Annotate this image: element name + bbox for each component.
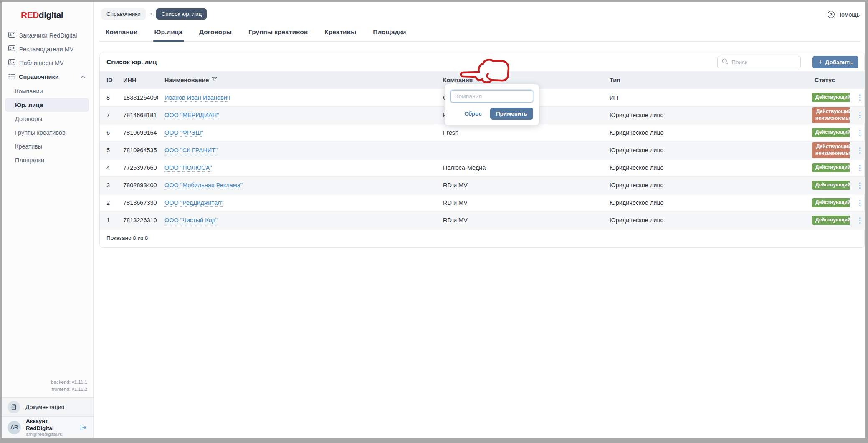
status-badge: Действующий: [812, 198, 850, 207]
kebab-menu-icon[interactable]: ⋮: [856, 111, 863, 119]
status-badge: Действующий: [812, 128, 850, 137]
cell-status: Действующий неизменяемый: [808, 106, 850, 124]
page-title: Список юр. лиц: [106, 58, 157, 66]
tab-ploshchadki[interactable]: Площадки: [372, 26, 407, 41]
sidebar: REDdigital Заказчики RedDigital Рекламод…: [2, 2, 94, 438]
account-menu[interactable]: AR Аккаунт RedDigital am@reddigital.ru: [2, 417, 93, 438]
cell-inn: 7813226310: [116, 211, 158, 229]
account-email: am@reddigital.ru: [26, 432, 75, 437]
column-header-inn: ИНН: [116, 71, 158, 89]
tab-dogovory[interactable]: Договоры: [198, 26, 233, 41]
sidebar-item-label: Паблишеры MV: [19, 60, 64, 66]
tab-gruppy-kreativov[interactable]: Группы креативов: [247, 26, 309, 41]
status-badge: Действующий: [812, 181, 850, 190]
entity-link[interactable]: ООО "Чистый Код": [164, 217, 218, 224]
sidebar-item-zakazchiki[interactable]: Заказчики RedDigital: [2, 28, 93, 42]
plus-icon: +: [818, 59, 822, 65]
cell-type: Юридическое лицо: [603, 124, 808, 141]
cell-inn: 7814668181: [116, 106, 158, 124]
help-button[interactable]: ? Помощь: [828, 11, 860, 18]
sidebar-item-pablishery[interactable]: Паблишеры MV: [2, 56, 93, 70]
kebab-menu-icon[interactable]: ⋮: [856, 199, 863, 207]
logout-icon[interactable]: [80, 424, 87, 431]
sidebar-item-kreativy[interactable]: Креативы: [5, 139, 89, 153]
cell-id: 8: [100, 89, 116, 106]
search-input[interactable]: [731, 59, 796, 65]
sidebar-item-ploshchadki[interactable]: Площадки: [5, 153, 89, 167]
cell-company: Полюса-Медиа: [436, 159, 603, 176]
cell-company: [436, 141, 603, 159]
filter-apply-button[interactable]: Применить: [490, 108, 533, 120]
cell-inn: 7813667330: [116, 194, 158, 211]
sidebar-item-reklamodateli[interactable]: Рекламодатели MV: [2, 42, 93, 56]
cell-type: Юридическое лицо: [603, 159, 808, 176]
cell-type: Юридическое лицо: [603, 106, 808, 124]
cell-status: Действующий: [808, 194, 850, 211]
tab-yur-litsa[interactable]: Юр.лица: [153, 26, 184, 42]
entity-link[interactable]: ООО "МЕРИДИАН": [164, 112, 219, 119]
cell-actions: ⋮: [850, 124, 865, 141]
documentation-link[interactable]: Документация: [2, 397, 93, 417]
table-footer-count: Показано 8 из 8: [100, 229, 864, 247]
table-row: 5 7810964535 ООО "СК ГРАНИТ" Юридическое…: [100, 141, 865, 159]
tab-kompanii[interactable]: Компании: [104, 26, 139, 41]
entity-link[interactable]: ООО "ФРЭШ": [164, 129, 203, 137]
add-button[interactable]: + Добавить: [812, 56, 858, 68]
column-header-actions: [850, 71, 865, 89]
cell-id: 2: [100, 194, 116, 211]
entity-link[interactable]: ООО "РедДиджитал": [164, 199, 223, 207]
breadcrumb-item-spravochniki[interactable]: Справочники: [101, 8, 146, 20]
sub-item-label: Группы креативов: [15, 129, 66, 136]
sidebar-item-yur-litsa[interactable]: Юр. лица: [5, 98, 89, 112]
cell-status: Действующий: [808, 176, 850, 194]
status-badge: Действующий неизменяемый: [812, 142, 850, 158]
kebab-menu-icon[interactable]: ⋮: [856, 129, 863, 137]
documentation-label: Документация: [25, 404, 64, 410]
app-logo[interactable]: REDdigital: [2, 2, 93, 26]
cell-actions: ⋮: [850, 176, 865, 194]
cell-status: Действующий: [808, 211, 850, 229]
entity-link[interactable]: ООО "СК ГРАНИТ": [164, 147, 218, 154]
entity-link[interactable]: ООО "Мобильная Реклама": [164, 182, 243, 189]
entity-link[interactable]: ООО "ПОЛЮСА": [164, 164, 212, 172]
status-badge: Действующий: [812, 216, 850, 225]
chevron-up-icon[interactable]: [81, 75, 86, 78]
sidebar-subnav: Компании Юр. лица Договоры Группы креати…: [2, 83, 93, 167]
main-content: Справочники > Список юр. лиц ? Помощь Ко…: [94, 2, 865, 438]
sidebar-item-label: Справочники: [19, 73, 59, 80]
cell-name: ООО "РедДиджитал": [158, 194, 436, 211]
avatar: AR: [8, 421, 21, 434]
sidebar-item-gruppy-kreativov[interactable]: Группы креативов: [5, 126, 89, 139]
cell-name: ООО "Мобильная Реклама": [158, 176, 436, 194]
cell-actions: ⋮: [850, 211, 865, 229]
kebab-menu-icon[interactable]: ⋮: [856, 181, 863, 189]
filter-icon[interactable]: [476, 77, 481, 83]
kebab-menu-icon[interactable]: ⋮: [856, 216, 863, 224]
sub-item-label: Компании: [15, 88, 43, 95]
cell-status: Действующий: [808, 159, 850, 176]
kebab-menu-icon[interactable]: ⋮: [856, 146, 863, 154]
cell-inn: 7802893400: [116, 176, 158, 194]
entity-link[interactable]: Иванов Иван Иванович: [164, 94, 230, 102]
sidebar-item-dogovory[interactable]: Договоры: [5, 112, 89, 126]
sidebar-nav: Заказчики RedDigital Рекламодатели MV Па…: [2, 26, 93, 167]
kebab-menu-icon[interactable]: ⋮: [856, 164, 863, 172]
id-card-icon: [8, 45, 15, 53]
sub-item-label: Договоры: [15, 116, 42, 122]
tab-kreativy[interactable]: Креативы: [323, 26, 357, 41]
filter-icon[interactable]: [212, 77, 217, 83]
table-row: 3 7802893400 ООО "Мобильная Реклама" RD …: [100, 176, 865, 194]
cell-name: ООО "ФРЭШ": [158, 124, 436, 141]
company-filter-input[interactable]: [450, 90, 533, 103]
kebab-menu-icon[interactable]: ⋮: [856, 93, 863, 101]
legal-entities-card: Список юр. лиц + Добавить: [99, 53, 865, 248]
cell-actions: ⋮: [850, 106, 865, 124]
sidebar-item-spravochniki[interactable]: Справочники: [2, 70, 93, 83]
document-icon: [8, 401, 20, 413]
id-card-icon: [8, 59, 15, 66]
filter-reset-button[interactable]: Сброс: [464, 111, 482, 117]
status-badge: Действующий: [812, 93, 850, 102]
app-window: REDdigital Заказчики RedDigital Рекламод…: [0, 0, 868, 443]
sidebar-item-kompanii[interactable]: Компании: [5, 84, 89, 98]
company-filter-popup: Сброс Применить: [445, 84, 539, 125]
